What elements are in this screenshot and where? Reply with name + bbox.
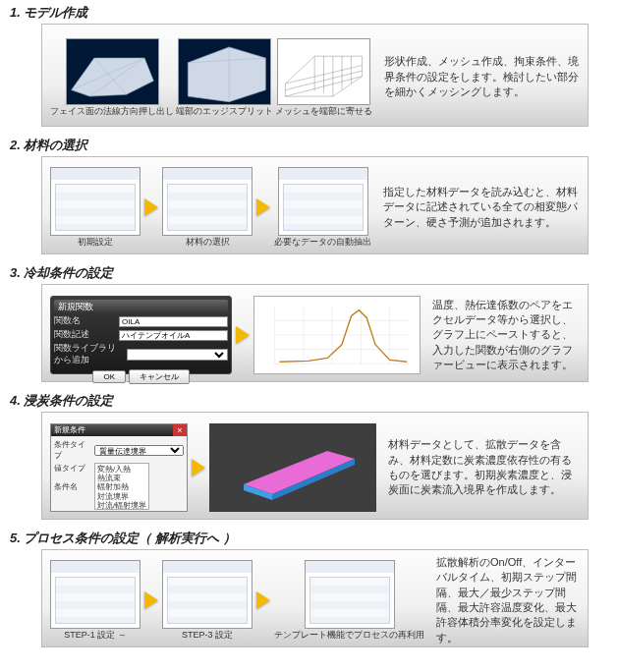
section-description: 拡散解析のOn/Off、インターバルタイム、初期ステップ間隔、最大／最少ステップ… [430, 555, 580, 645]
thumbnail-caption: 初期設定 [78, 238, 113, 248]
section-panel: フェイス面の法線方向押し出し 端部のエッジスプリット [41, 24, 589, 127]
arrow-icon [144, 591, 158, 609]
thumbnail-image [277, 38, 370, 105]
render-view [209, 423, 376, 512]
thumbnail-image [162, 560, 253, 629]
thumbnail-col: フェイス面の法線方向押し出し [50, 38, 174, 117]
thumbnail-row: STEP-1 設定 ～ STEP-3 設定 テンプレート機能でプロセスの再利用 [50, 560, 424, 641]
field-label: 条件タイプ [54, 439, 91, 461]
thumbnail-caption: 端部のエッジスプリット [176, 107, 273, 117]
section-number: 1. [10, 5, 21, 20]
thumbnail-image [50, 560, 140, 629]
section-title: 4. 浸炭条件の設定 [0, 388, 618, 412]
thumbnail-col: 材料の選択 [162, 167, 253, 248]
thumbnail-col: STEP-1 設定 ～ [50, 560, 140, 641]
list-item[interactable]: 輻射加熱 [97, 482, 146, 491]
thumbnail-col: メッシュを端部に寄せる [275, 38, 372, 117]
section-panel: 初期設定 材料の選択 必要なデータの自動抽出 指定した材料データを読み込むと、材… [41, 156, 589, 254]
thumbnail-col: 必要なデータの自動抽出 [274, 167, 371, 248]
function-desc-input[interactable] [119, 330, 228, 341]
section-description: 温度、熱伝達係数のペアをエクセルデータ等から選択し、グラフ上にペーストすると、入… [426, 298, 580, 373]
arrow-icon [236, 326, 250, 344]
svg-marker-0 [71, 58, 153, 96]
section-heading: 浸炭条件の設定 [24, 393, 113, 408]
thumbnail-col: 初期設定 [50, 167, 140, 248]
section-heading: 冷却条件の設定 [24, 265, 113, 280]
section-heading: 材料の選択 [24, 138, 87, 152]
section-number: 5. [10, 531, 21, 545]
section-panel: 新規関数 関数名 関数記述 関数ライブラリから追加 OK キャンセル [41, 284, 589, 382]
graph-view [253, 296, 421, 374]
arrow-icon [144, 198, 158, 216]
thumbnail-col: 端部のエッジスプリット [176, 38, 273, 117]
section-carburizing-conditions: 4. 浸炭条件の設定 新規条件 × 条件タイプ 質量伝達境界 条件名 [0, 388, 618, 520]
section-model-creation: 1. モデル作成 フェイス面の法線方向押し出し [0, 0, 618, 127]
cancel-button[interactable]: キャンセル [129, 369, 190, 384]
section-panel: 新規条件 × 条件タイプ 質量伝達境界 条件名 変熱/入熱 熱流束 [41, 412, 589, 520]
thumbnail-image [50, 167, 140, 236]
section-description: 指定した材料データを読み込むと、材料データに記述されている全ての相変態パターン、… [377, 185, 580, 230]
thumbnail-row: 新規関数 関数名 関数記述 関数ライブラリから追加 OK キャンセル [50, 296, 421, 374]
thumbnail-image [305, 560, 395, 629]
thumbnail-row: 初期設定 材料の選択 必要なデータの自動抽出 [50, 167, 371, 248]
arrow-icon [256, 591, 270, 609]
section-title: 1. モデル作成 [0, 0, 618, 24]
field-label: 関数記述 [54, 329, 115, 341]
list-item[interactable]: 変熱/入熱 [97, 465, 146, 474]
thumbnail-caption: STEP-1 設定 ～ [64, 631, 127, 641]
thumbnail-image [178, 38, 271, 105]
list-item[interactable]: 対流/輻射境界 [97, 501, 146, 510]
function-name-input[interactable] [119, 316, 228, 327]
section-title: 2. 材料の選択 [0, 133, 618, 156]
condition-options-list[interactable]: 変熱/入熱 熱流束 輻射加熱 対流境界 対流/輻射境界 時間変化温度 初期対流温… [94, 463, 149, 510]
close-icon[interactable]: × [173, 424, 187, 436]
dialog-title: 新規関数 [54, 300, 228, 313]
thumbnail-image [66, 38, 159, 105]
field-label: 値タイプ [54, 463, 91, 474]
section-heading: プロセス条件の設定（ 解析実行へ ） [24, 531, 235, 545]
thumbnail-row: 新規条件 × 条件タイプ 質量伝達境界 条件名 変熱/入熱 熱流束 [50, 423, 376, 512]
section-title: 3. 冷却条件の設定 [0, 260, 618, 284]
thumbnail-caption: 必要なデータの自動抽出 [274, 238, 371, 248]
field-label: 関数ライブラリから追加 [54, 343, 123, 366]
library-select[interactable] [127, 349, 228, 361]
section-description: 材料データとして、拡散データを含み、材料定数に炭素濃度依存性の有るものを選びます… [382, 437, 580, 498]
thumbnail-caption: STEP-3 設定 [182, 631, 233, 641]
section-number: 3. [10, 265, 21, 280]
list-item[interactable]: 熱流束 [97, 474, 146, 482]
arrow-icon [256, 198, 270, 216]
section-number: 4. [10, 393, 21, 408]
thumbnail-caption: フェイス面の法線方向押し出し [50, 107, 174, 117]
section-title: 5. プロセス条件の設定（ 解析実行へ ） [0, 526, 618, 549]
section-process-conditions: 5. プロセス条件の設定（ 解析実行へ ） STEP-1 設定 ～ STEP-3… [0, 526, 618, 647]
section-cooling-conditions: 3. 冷却条件の設定 新規関数 関数名 関数記述 関数ライブラリから追加 [0, 260, 618, 382]
thumbnail-col: STEP-3 設定 [162, 560, 253, 641]
ok-button[interactable]: OK [92, 370, 126, 383]
thumbnail-caption: テンプレート機能でプロセスの再利用 [274, 631, 424, 641]
list-item[interactable]: 対流境界 [97, 492, 146, 501]
thumbnail-image [162, 167, 253, 236]
dialog-title: 新規条件 [51, 424, 187, 436]
new-function-dialog: 新規関数 関数名 関数記述 関数ライブラリから追加 OK キャンセル [50, 296, 232, 374]
field-label: 関数名 [54, 315, 115, 327]
field-label: 条件名 [54, 481, 91, 492]
thumbnail-caption: メッシュを端部に寄せる [275, 107, 372, 117]
thumbnail-image [278, 167, 368, 236]
section-description: 形状作成、メッシュ作成、拘束条件、境界条件の設定をします。検討したい部分を細かく… [378, 54, 580, 99]
section-heading: モデル作成 [24, 5, 87, 20]
new-condition-dialog: 新規条件 × 条件タイプ 質量伝達境界 条件名 変熱/入熱 熱流束 [50, 423, 188, 512]
thumbnail-caption: 材料の選択 [186, 238, 230, 248]
thumbnail-col: テンプレート機能でプロセスの再利用 [274, 560, 424, 641]
section-panel: STEP-1 設定 ～ STEP-3 設定 テンプレート機能でプロセスの再利用 … [41, 549, 589, 647]
svg-marker-4 [188, 46, 265, 101]
thumbnail-row: フェイス面の法線方向押し出し 端部のエッジスプリット [50, 38, 372, 117]
section-material-selection: 2. 材料の選択 初期設定 材料の選択 必要なデータの自動抽出 指定した材料デー… [0, 133, 618, 254]
section-number: 2. [10, 138, 21, 152]
condition-type-select[interactable]: 質量伝達境界 [94, 445, 184, 456]
arrow-icon [192, 459, 205, 476]
